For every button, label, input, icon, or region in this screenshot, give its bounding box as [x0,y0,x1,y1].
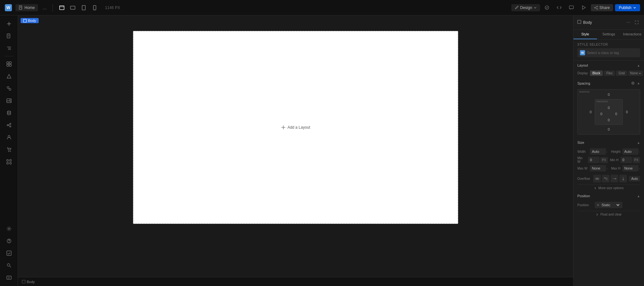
size-section-header[interactable]: Size ▲ [573,138,644,147]
float-clear-button[interactable]: Float and clear [577,211,640,218]
mobile-view-button[interactable] [90,3,100,12]
tablet-portrait-view-button[interactable] [79,3,89,12]
max-h-dash: - [639,167,640,170]
size-title: Size [577,141,584,144]
display-none-button[interactable]: None [628,70,643,76]
min-h-unit[interactable]: PX [633,157,640,163]
layout-section: Layout ▲ Display Block Flex Grid None [573,61,644,78]
navigator-button[interactable] [3,42,15,54]
canvas-frame[interactable]: Add a Layout [133,31,458,224]
search-button[interactable] [3,260,15,271]
help-button[interactable] [3,235,15,247]
body-small-icon [22,280,25,283]
add-layout-button[interactable]: Add a Layout [276,123,316,132]
plus-icon [281,125,286,130]
padding-bottom-value[interactable]: 0 [606,117,612,123]
overflow-scroll-y-button[interactable] [619,175,627,182]
overflow-auto-value[interactable]: Auto [629,176,640,181]
padding-top-row: 0 [598,105,619,110]
styles-button[interactable] [3,83,15,94]
max-w-input[interactable]: None [590,165,606,171]
margin-top-value[interactable]: 0 [606,92,612,97]
desktop-view-button[interactable] [57,3,67,12]
share-button[interactable]: Share [591,4,613,11]
margin-right-value[interactable]: 0 [624,109,630,115]
position-section-header[interactable]: Position ▲ [573,191,644,200]
overflow-scroll-x-button[interactable] [611,175,618,182]
svg-rect-25 [7,62,9,64]
style-selector-input[interactable]: W Select a class or tag [577,48,640,57]
tasks-button[interactable] [3,247,15,259]
overflow-visible-button[interactable] [593,175,601,182]
more-options-button[interactable]: ... [41,5,49,11]
publish-button[interactable]: Publish [615,4,640,11]
min-w-input[interactable]: 0 [588,157,600,163]
design-mode-button[interactable]: Design [511,4,540,11]
height-input[interactable]: Auto [622,148,639,155]
tab-settings[interactable]: Settings [597,30,620,39]
assets-button[interactable] [3,70,15,82]
display-label: Display [577,71,588,75]
min-w-input-group: 0 PX [588,157,608,163]
preview-button[interactable] [579,3,589,12]
margin-left-value[interactable]: 0 [588,109,593,115]
svg-rect-49 [7,251,11,255]
page-icon [19,5,23,10]
position-select[interactable]: Static Relative Absolute Fixed Sticky [600,203,620,207]
padding-left-value[interactable]: 0 [598,111,604,117]
svg-rect-53 [24,19,26,22]
add-element-button[interactable] [3,18,15,30]
panel-expand-button[interactable] [633,19,640,26]
display-flex-button[interactable]: Flex [604,70,615,76]
size-chevron-icon: ▲ [637,141,640,144]
display-grid-button[interactable]: Grid [616,70,627,76]
display-block-button[interactable]: Block [590,70,603,76]
margin-bottom-value[interactable]: 0 [606,127,612,132]
padding-middle-row: 0 0 [598,111,619,117]
padding-right-value[interactable]: 0 [613,111,619,117]
logic-button[interactable] [3,119,15,131]
chevron-right-icon [596,213,599,216]
view-buttons [57,3,100,12]
height-input-group: Auto - [622,148,640,155]
apps-button[interactable] [3,156,15,168]
users-button[interactable] [3,132,15,143]
overflow-hidden-button[interactable] [602,175,610,182]
community-button[interactable] [3,272,15,283]
width-input-group: Auto - [590,148,608,155]
tab-style[interactable]: Style [573,30,597,39]
panel-more-button[interactable] [625,19,632,26]
tab-interactions[interactable]: Interactions [620,30,644,39]
sidebar-divider [5,56,14,56]
bottom-breadcrumb-label: Body [27,280,35,284]
pages-button[interactable] [3,30,15,42]
more-size-options-button[interactable]: More size options [577,184,640,191]
home-tab[interactable]: Home [15,4,38,11]
size-grid: Width Auto - Height Auto - Min W [573,147,644,175]
min-h-input[interactable]: 0 [620,157,632,163]
check-button[interactable] [542,3,552,12]
spacing-section-header[interactable]: Spacing ▲ [573,78,644,88]
position-clear-button[interactable]: ✕ [597,203,599,207]
svg-rect-5 [60,6,64,10]
comment-button[interactable] [566,3,577,12]
layout-section-header[interactable]: Layout ▲ [573,61,644,70]
padding-bottom-row: 0 [598,117,619,123]
width-input[interactable]: Auto [590,148,606,155]
settings-button[interactable] [3,223,15,235]
min-w-unit[interactable]: PX [600,157,608,163]
ecommerce-button[interactable] [3,144,15,155]
tablet-landscape-view-button[interactable] [68,3,78,12]
components-button[interactable] [3,58,15,70]
canvas-wrapper[interactable]: Add a Layout [18,26,573,277]
display-options: Block Flex Grid None [590,70,643,76]
padding-top-value[interactable]: 0 [606,105,612,110]
overflow-icons [593,175,627,182]
images-button[interactable] [3,95,15,106]
bottom-breadcrumb-item[interactable]: Body [22,280,35,284]
database-button[interactable] [3,107,15,119]
body-breadcrumb-item[interactable]: Body [21,18,39,23]
svg-rect-44 [7,162,8,164]
max-h-input[interactable]: None [622,165,639,171]
code-button[interactable] [554,3,564,12]
